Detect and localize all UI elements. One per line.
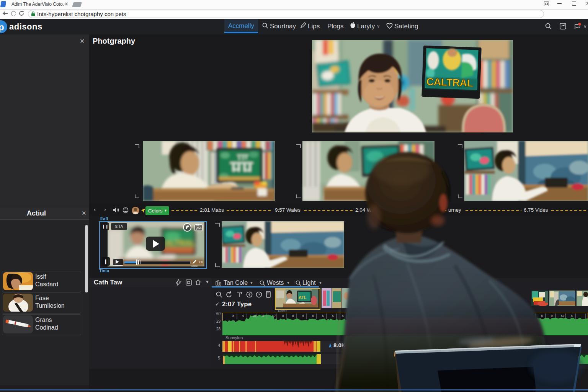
svg-text:9: 9 <box>242 314 244 318</box>
svg-text:8: 8 <box>312 314 314 318</box>
svg-text:8: 8 <box>292 314 294 318</box>
svg-text:p: p <box>0 22 4 32</box>
svg-text:8: 8 <box>262 314 264 318</box>
svg-text:CALTRAL: CALTRAL <box>426 76 473 89</box>
svg-text:ATL: ATL <box>299 295 307 300</box>
svg-text:6: 6 <box>322 314 324 318</box>
svg-text:9: 9 <box>302 314 304 318</box>
svg-text:8: 8 <box>282 314 284 318</box>
svg-text:10: 10 <box>252 314 256 318</box>
svg-text:ALTRAL: ALTRAL <box>165 239 195 247</box>
svg-text:17: 17 <box>272 314 276 318</box>
svg-text:8: 8 <box>232 314 234 318</box>
